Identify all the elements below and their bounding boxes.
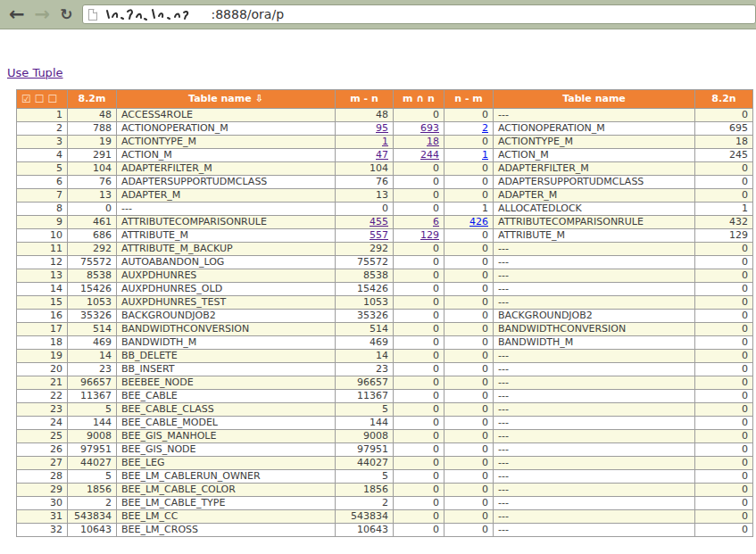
table-row: 2788ACTIONOPERATION_M956932ACTIONOPERATI… [17,122,753,136]
m-count-cell: 35326 [68,310,117,323]
m-count-cell: 23 [68,363,117,376]
n-minus-m-cell: 1 [444,203,494,216]
table-name-m-cell: BEE_GIS_MANHOLE [117,430,336,443]
table-name-m-cell: ACTIONTYPE_M [117,136,336,149]
row-number-cell: 19 [17,350,68,363]
m-count-cell: 1053 [68,296,117,310]
use-tuple-link[interactable]: Use Tuple [7,66,63,79]
table-name-n-cell: --- [494,497,695,510]
m-minus-n-cell: 13 [336,189,394,203]
row-number-cell: 23 [17,403,68,417]
m-count-cell: 788 [68,122,117,136]
m-intersect-n-cell: 0 [394,296,444,310]
m-minus-n-cell: 2 [336,497,394,510]
m-intersect-n-link[interactable]: 129 [420,229,439,241]
table-name-m-cell: AUXPDHUNRES_TEST [117,296,336,310]
m-intersect-n-link[interactable]: 693 [420,122,439,134]
table-name-n-cell: ADAPTERFILTER_M [494,162,695,176]
table-name-m-cell: ADAPTER_M [117,189,336,203]
m-minus-n-cell: 144 [336,417,394,430]
m-intersect-n-link[interactable]: 6 [433,216,439,227]
table-row: 1914BB_DELETE1400---0 [17,350,753,363]
n-minus-m-cell: 0 [444,243,494,256]
n-minus-m-link[interactable]: 1 [482,149,488,161]
table-name-n-cell: ACTIONOPERATION_M [494,122,695,136]
row-number-cell: 7 [17,189,68,203]
m-count-cell: 5 [68,470,117,484]
m-minus-n-cell: 97951 [336,443,394,457]
n-minus-m-cell: 0 [444,336,494,350]
table-name-n-cell: BANDWIDTHCONVERSION [494,323,695,336]
checkbox-unchecked-icon[interactable]: ☐ [35,93,46,105]
table-name-m-cell: ACTIONOPERATION_M [117,122,336,136]
n-minus-m-cell: 0 [444,457,494,470]
m-minus-n-link[interactable]: 1 [382,136,388,147]
m-minus-n-cell: 47 [336,149,394,162]
n-count-cell: 0 [695,310,753,323]
m-count-cell: 292 [68,243,117,256]
m-count-cell: 5 [68,403,117,417]
m-count-cell: 14 [68,350,117,363]
header-n-minus-m[interactable]: n - m [444,90,494,109]
header-82m[interactable]: 8.2m [68,90,117,109]
row-number-cell: 20 [17,363,68,376]
m-count-cell: 10643 [68,524,117,537]
m-count-cell: 0 [68,203,117,216]
m-intersect-n-link[interactable]: 18 [427,136,439,147]
m-minus-n-cell: 5 [336,403,394,417]
n-minus-m-link[interactable]: 2 [482,122,488,134]
address-bar[interactable]: :8888/ora/p [82,4,756,24]
table-name-m-cell: BEE_LM_CABLE_COLOR [117,484,336,497]
row-number-cell: 30 [17,497,68,510]
n-count-cell: 0 [695,417,753,430]
m-minus-n-cell: 96657 [336,376,394,390]
table-name-m-cell: ADAPTERFILTER_M [117,162,336,176]
table-name-n-cell: --- [494,350,695,363]
sort-descending-icon[interactable]: ⇩ [255,93,263,104]
forward-icon[interactable]: → [35,5,51,24]
table-row: 24144BEE_CABLE_MODEL14400---0 [17,417,753,430]
m-count-cell: 104 [68,162,117,176]
m-intersect-n-link[interactable]: 244 [420,149,439,161]
checkbox-checked-icon[interactable]: ☑ [21,93,32,105]
m-count-cell: 76 [68,176,117,189]
m-count-cell: 75572 [68,256,117,269]
n-count-cell: 0 [695,510,753,524]
n-minus-m-link[interactable]: 426 [469,216,488,227]
n-minus-m-cell: 0 [444,363,494,376]
m-minus-n-cell: 469 [336,336,394,350]
reload-icon[interactable]: ↻ [60,7,72,22]
m-minus-n-link[interactable]: 47 [376,149,388,161]
row-number-cell: 26 [17,443,68,457]
table-name-n-cell: --- [494,109,695,122]
m-intersect-n-cell: 0 [394,376,444,390]
n-count-cell: 0 [695,497,753,510]
table-name-n-cell: --- [494,243,695,256]
m-minus-n-link[interactable]: 557 [370,229,388,241]
table-name-m-cell: BEE_GIS_NODE [117,443,336,457]
table-name-m-cell: BEE_LM_CABLE_TYPE [117,497,336,510]
m-minus-n-link[interactable]: 95 [376,122,388,134]
header-table-name-n[interactable]: Table name [494,90,695,109]
header-table-name-m[interactable]: Table name⇩ [117,90,336,109]
select-all-header[interactable]: ☑☐☐ [17,90,68,109]
table-row: 1635326BACKGROUNDJOB23532600BACKGROUNDJO… [17,310,753,323]
n-minus-m-cell: 0 [444,497,494,510]
header-m-minus-n[interactable]: m - n [336,90,394,109]
checkbox-unchecked-icon[interactable]: ☐ [48,93,59,105]
n-minus-m-cell: 426 [444,216,494,229]
table-name-n-cell: ATTRIBUTE_M [494,229,695,243]
m-minus-n-cell: 104 [336,162,394,176]
n-minus-m-cell: 0 [444,323,494,336]
table-name-n-cell: --- [494,470,695,484]
n-minus-m-cell: 0 [444,136,494,149]
table-row: 80---001ALLOCATEDLOCK1 [17,203,753,216]
table-row: 2697951BEE_GIS_NODE9795100---0 [17,443,753,457]
header-82n[interactable]: 8.2n [695,90,753,109]
n-minus-m-cell: 0 [444,524,494,537]
header-m-intersect-n[interactable]: m ∩ n [394,90,444,109]
m-intersect-n-cell: 0 [394,310,444,323]
comparison-table: ☑☐☐ 8.2m Table name⇩ m - n m ∩ n n - m T… [16,89,753,537]
m-minus-n-link[interactable]: 455 [370,216,388,227]
back-icon[interactable]: ← [9,5,25,24]
